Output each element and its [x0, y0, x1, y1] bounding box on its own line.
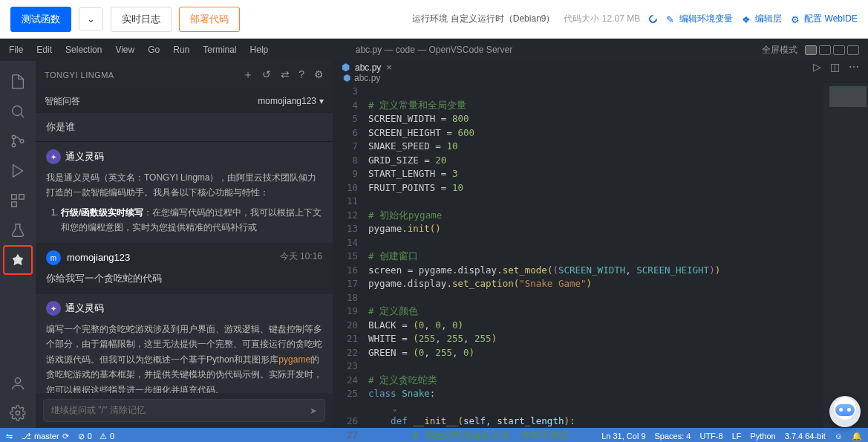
remote-indicator[interactable]: ⇋ [6, 432, 13, 441]
menu-bar: File Edit Selection View Go Run Terminal… [0, 39, 868, 61]
layers-icon [742, 14, 752, 25]
user-message-1: 你是谁 [36, 113, 333, 141]
chat-placeholder: 继续提问或 "/" 清除记忆 [51, 404, 146, 417]
menu-selection[interactable]: Selection [65, 45, 102, 55]
transfer-icon[interactable]: ⇄ [281, 68, 290, 82]
minimap[interactable] [823, 83, 868, 442]
window-title: abc.py — code — OpenVSCode Server [356, 45, 512, 55]
svg-point-8 [16, 411, 20, 415]
svg-point-1 [12, 135, 16, 139]
activity-bar [0, 61, 36, 428]
chat-input[interactable]: 继续提问或 "/" 清除记忆 ➤ [43, 399, 325, 422]
ai-name-label: 通义灵码 [65, 302, 104, 315]
ai-avatar-icon: ✦ [46, 301, 61, 316]
layout-bottom-icon[interactable] [819, 45, 831, 55]
activity-explorer[interactable] [0, 67, 36, 97]
fullscreen-toggle[interactable]: 全屏模式 [762, 44, 797, 56]
history-icon[interactable]: ↺ [262, 68, 272, 82]
menu-help[interactable]: Help [250, 45, 269, 55]
more-icon[interactable]: ⋯ [849, 61, 859, 73]
tab-label: abc.py [355, 62, 381, 73]
svg-point-0 [13, 106, 22, 116]
activity-settings[interactable] [0, 398, 36, 428]
new-chat-icon[interactable]: ＋ [243, 68, 254, 82]
branch-indicator[interactable]: master ⟳ [22, 432, 69, 441]
svg-rect-4 [12, 195, 16, 199]
send-icon[interactable]: ➤ [310, 406, 317, 416]
edit-env-link[interactable]: 编辑环境变量 [666, 13, 733, 25]
sidebar-subtab[interactable]: 智能问答 [45, 95, 80, 108]
code-size-value: 12.07 MB [602, 13, 640, 24]
svg-rect-5 [19, 195, 24, 199]
test-function-dropdown[interactable]: ⌄ [79, 7, 103, 30]
activity-search[interactable] [0, 97, 36, 126]
tab-abc-py[interactable]: ⬢ abc.py × [333, 61, 401, 73]
help-icon[interactable]: ? [298, 68, 304, 82]
assistant-floating-button[interactable] [829, 396, 861, 427]
menu-go[interactable]: Go [148, 45, 160, 55]
runtime-label: 运行环境 自定义运行时（Debian9） [412, 13, 555, 25]
user-avatar-icon: m [46, 250, 61, 265]
highlight-box [3, 245, 33, 275]
user-dropdown[interactable]: momojiang123 ▾ [258, 96, 324, 106]
ai-avatar-icon: ✦ [46, 149, 61, 164]
layout-left-icon[interactable] [805, 45, 817, 55]
user-header-2: mmomojiang123 今天 10:16 [36, 243, 333, 273]
gear-icon [791, 14, 801, 25]
activity-scm[interactable] [0, 126, 36, 156]
deploy-button[interactable]: 部署代码 [179, 7, 240, 32]
chevron-down-icon: ⌄ [87, 13, 95, 25]
caret-down-icon: ▾ [319, 96, 324, 106]
branch-icon [22, 432, 31, 441]
activity-tongyi[interactable] [0, 245, 36, 275]
svg-point-2 [12, 143, 16, 147]
realtime-log-button[interactable]: 实时日志 [111, 7, 172, 32]
activity-extensions[interactable] [0, 186, 36, 215]
edit-layer-link[interactable]: 编辑层 [742, 13, 782, 25]
ai-name-label: 通义灵码 [65, 150, 104, 163]
editor-pane: ⬢ abc.py × ▷ ◫ ⋯ ⬢ abc.py 34567891011121… [333, 61, 868, 428]
code-size-label: 代码大小 [564, 13, 599, 24]
activity-beaker[interactable] [0, 215, 36, 245]
close-tab-icon[interactable]: × [386, 62, 392, 73]
menu-edit[interactable]: Edit [36, 45, 52, 55]
menu-terminal[interactable]: Terminal [203, 45, 236, 55]
svg-point-3 [20, 140, 24, 143]
user-message-2: 你给我写一个贪吃蛇的代码 [36, 273, 333, 293]
activity-debug[interactable] [0, 156, 36, 186]
code-body[interactable]: # 定义常量和全局变量SCREEN_WIDTH = 800SCREEN_HEIG… [368, 83, 868, 442]
activity-account[interactable] [0, 368, 36, 398]
settings-icon[interactable]: ⚙ [314, 68, 324, 82]
python-file-icon: ⬢ [343, 73, 350, 83]
svg-rect-6 [12, 202, 16, 207]
code-editor[interactable]: 3456789101112131415161718192021222324252… [333, 83, 868, 442]
timestamp: 今天 10:16 [280, 250, 322, 263]
breadcrumb[interactable]: ⬢ abc.py [333, 73, 868, 83]
ai-message-2: ✦通义灵码 编写一个完整的贪吃蛇游戏涉及到用户界面、游戏逻辑、键盘控制等多个部分… [36, 293, 333, 393]
sidebar-title: TONGYI LINGMA [45, 71, 114, 79]
layout-right-icon[interactable] [833, 45, 845, 55]
robot-face-icon [835, 404, 855, 416]
layout-toggles[interactable] [805, 45, 859, 55]
config-webide-link[interactable]: 配置 WebIDE [791, 13, 858, 25]
menu-file[interactable]: File [9, 45, 23, 55]
svg-point-7 [15, 378, 20, 383]
line-gutter: 3456789101112131415161718192021222324252… [333, 83, 368, 442]
menu-run[interactable]: Run [173, 45, 189, 55]
pencil-icon [666, 14, 676, 25]
refresh-button[interactable] [649, 15, 657, 23]
ai-message-1: ✦通义灵码 我是通义灵码（英文名：TONGYI Lingma），由阿里云技术团队… [36, 141, 333, 243]
test-function-button[interactable]: 测试函数 [10, 7, 71, 32]
split-editor-icon[interactable]: ◫ [830, 61, 840, 73]
problems-indicator[interactable]: ⊘ 0 ⚠ 0 [78, 432, 114, 441]
username-label: momojiang123 [67, 252, 130, 263]
top-toolbar: 测试函数 ⌄ 实时日志 部署代码 运行环境 自定义运行时（Debian9） 代码… [0, 0, 868, 39]
run-icon[interactable]: ▷ [813, 61, 821, 73]
refresh-icon [647, 13, 659, 25]
menu-view[interactable]: View [115, 45, 134, 55]
layout-full-icon[interactable] [847, 45, 859, 55]
python-file-icon: ⬢ [342, 62, 350, 73]
sidebar-panel: TONGYI LINGMA ＋ ↺ ⇄ ? ⚙ 智能问答 momojiang12… [36, 61, 333, 428]
